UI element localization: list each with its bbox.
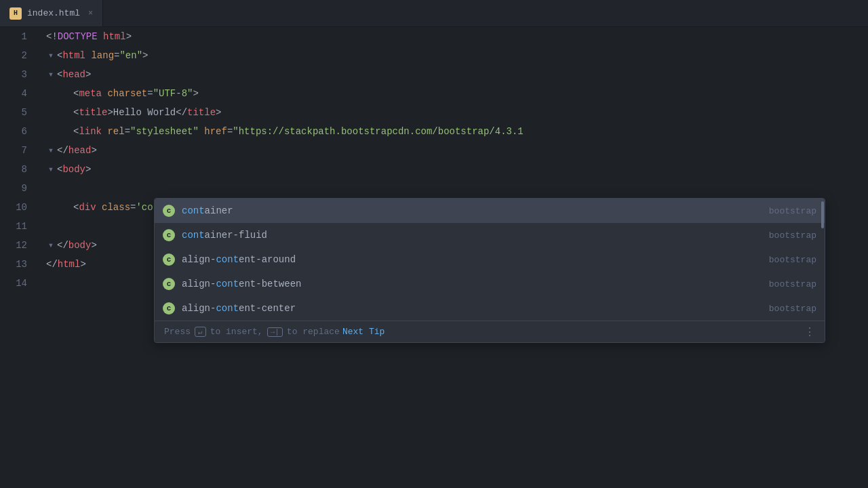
line-num-3: 3 — [0, 65, 27, 84]
code-line-8: ▾<body> — [46, 160, 868, 179]
autocomplete-item-4-icon: c — [163, 302, 175, 314]
line-num-7: 7 — [0, 141, 27, 160]
line-num-5: 5 — [0, 103, 27, 122]
code-line-1: <!DOCTYPE html> — [46, 27, 868, 46]
line-numbers: 1 2 3 4 5 6 7 8 9 10 11 12 13 14 — [0, 27, 35, 488]
code-line-3: ▾<head> — [46, 65, 868, 84]
code-line-4: <meta charset="UTF-8"> — [46, 84, 868, 103]
autocomplete-item-1-label: container-fluid — [182, 230, 769, 241]
autocomplete-footer: Press ↵ to insert, →| to replace Next Ti… — [155, 321, 825, 342]
more-options-button[interactable]: ⋮ — [804, 325, 815, 339]
tab-key-icon: →| — [267, 327, 283, 337]
tab-index-html[interactable]: H index.html × — [0, 0, 103, 26]
line-num-6: 6 — [0, 122, 27, 141]
enter-key-icon: ↵ — [195, 327, 206, 337]
autocomplete-item-1[interactable]: c container-fluid bootstrap — [155, 223, 825, 247]
code-area[interactable]: <!DOCTYPE html> ▾<html lang="en"> ▾<head… — [35, 27, 868, 488]
autocomplete-item-4-label: align-content-center — [182, 303, 769, 314]
collapse-icon-8[interactable]: ▾ — [46, 160, 56, 179]
autocomplete-scroll-thumb — [821, 201, 824, 228]
line-num-4: 4 — [0, 84, 27, 103]
autocomplete-item-0-icon: c — [163, 205, 175, 217]
tab-filename: index.html — [27, 8, 80, 18]
collapse-icon-12[interactable]: ▾ — [46, 236, 56, 255]
code-line-6: <link rel="stylesheet" href="https://sta… — [46, 122, 868, 141]
autocomplete-item-0[interactable]: c container bootstrap — [155, 199, 825, 223]
autocomplete-item-2-label: align-content-around — [182, 254, 769, 265]
code-line-2: ▾<html lang="en"> — [46, 46, 868, 65]
code-line-5: <title>Hello World</title> — [46, 103, 868, 122]
code-line-9 — [46, 179, 868, 198]
insert-label: to insert, — [210, 327, 263, 337]
editor: 1 2 3 4 5 6 7 8 9 10 11 12 13 14 <!DOCTY… — [0, 27, 868, 488]
line-num-11: 11 — [0, 217, 27, 236]
autocomplete-item-2[interactable]: c align-content-around bootstrap — [155, 247, 825, 272]
autocomplete-item-0-label: container — [182, 205, 769, 216]
collapse-icon-3[interactable]: ▾ — [46, 65, 56, 84]
line-num-1: 1 — [0, 27, 27, 46]
autocomplete-item-1-source: bootstrap — [769, 230, 816, 241]
code-line-7: ▾</head> — [46, 141, 868, 160]
collapse-icon-7[interactable]: ▾ — [46, 141, 56, 160]
line-num-9: 9 — [0, 179, 27, 198]
autocomplete-item-2-source: bootstrap — [769, 255, 816, 265]
autocomplete-item-3-label: align-content-between — [182, 279, 769, 289]
autocomplete-item-4[interactable]: c align-content-center bootstrap — [155, 296, 825, 321]
replace-label: to replace — [287, 327, 340, 337]
line-num-8: 8 — [0, 160, 27, 179]
line-num-2: 2 — [0, 46, 27, 65]
autocomplete-item-4-source: bootstrap — [769, 304, 816, 314]
autocomplete-item-3-icon: c — [163, 278, 175, 290]
tab-close-button[interactable]: × — [88, 9, 93, 18]
autocomplete-item-3-source: bootstrap — [769, 279, 816, 289]
autocomplete-item-0-source: bootstrap — [769, 206, 816, 216]
line-num-10: 10 — [0, 198, 27, 217]
tab-file-icon: H — [9, 7, 22, 20]
tab-bar: H index.html × — [0, 0, 868, 27]
line-num-14: 14 — [0, 274, 27, 293]
line-num-13: 13 — [0, 255, 27, 274]
collapse-icon-2[interactable]: ▾ — [46, 46, 56, 65]
press-label: Press — [164, 327, 191, 337]
autocomplete-item-3[interactable]: c align-content-between bootstrap — [155, 272, 825, 296]
autocomplete-dropdown: c container bootstrap c container-fluid … — [154, 198, 825, 343]
next-tip-button[interactable]: Next Tip — [342, 327, 384, 337]
autocomplete-item-1-icon: c — [163, 229, 175, 241]
autocomplete-item-2-icon: c — [163, 253, 175, 266]
line-num-12: 12 — [0, 236, 27, 255]
